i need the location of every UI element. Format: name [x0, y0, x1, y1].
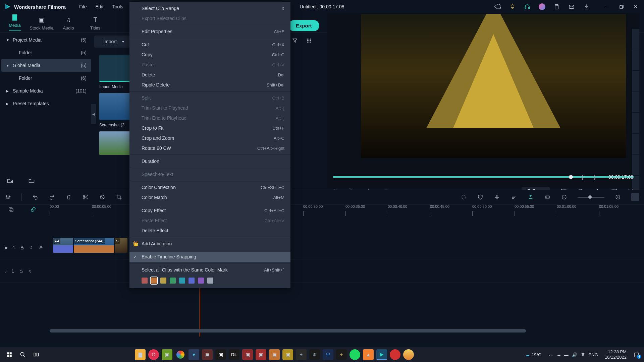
minimize-button[interactable]: ─	[602, 2, 613, 12]
zoom-slider[interactable]	[578, 197, 604, 198]
taskbar-app[interactable]	[350, 349, 360, 360]
timeline-clip[interactable]: A-I	[53, 238, 73, 253]
ctx-enable-timeline-snapping[interactable]: ✓Enable Timeline Snapping	[129, 252, 290, 262]
video-track[interactable]: ▶ 1 A-I Screenshot (244) S	[0, 236, 644, 259]
ctx-select-all-clips-with-the-same-color-mark[interactable]: Select all Clips with the Same Color Mar…	[129, 265, 290, 275]
media-thumb[interactable]	[99, 93, 133, 120]
taskbar-app[interactable]: Ψ	[323, 349, 333, 360]
ctx-crop-to-fit[interactable]: Crop to FitCtrl+F	[129, 123, 290, 133]
tray-volume-icon[interactable]: 🔊	[572, 352, 577, 357]
taskbar-app[interactable]: ▶	[376, 349, 387, 360]
shield-icon[interactable]	[477, 194, 484, 200]
grid-icon[interactable]	[306, 38, 312, 44]
taskbar-app[interactable]: ▼	[189, 349, 199, 360]
crop-icon[interactable]	[116, 194, 122, 200]
menu-tools[interactable]: Tools	[108, 3, 127, 11]
taskbar-clock[interactable]: 12:38 PM 16/12/2022	[605, 349, 627, 360]
new-folder-icon[interactable]	[7, 178, 13, 184]
weather-widget[interactable]: ☁19°C	[525, 352, 541, 357]
zoom-in-icon[interactable]	[614, 194, 621, 200]
mark-in-icon[interactable]: {	[582, 174, 584, 181]
taskbar-app[interactable]: ▣	[242, 349, 253, 360]
media-thumb[interactable]	[99, 55, 133, 82]
taskbar-app[interactable]: ⊕	[309, 349, 320, 360]
lightbulb-icon[interactable]	[509, 3, 516, 10]
ctx-crop-and-zoom[interactable]: Crop and ZoomAlt+C	[129, 133, 290, 143]
download-icon[interactable]	[583, 3, 590, 10]
taskbar-app[interactable]	[175, 349, 186, 360]
ctx-color-correction[interactable]: Color CorrectionCtrl+Shift+C	[129, 182, 290, 192]
folder-icon[interactable]	[28, 178, 35, 184]
panel-collapse-button[interactable]: ◀	[91, 104, 96, 124]
delete-icon[interactable]	[65, 194, 72, 200]
filter-icon[interactable]	[292, 38, 298, 44]
taskbar-app[interactable]: ▇	[135, 349, 146, 360]
color-swatch[interactable]	[151, 278, 157, 284]
fit-icon[interactable]	[544, 194, 551, 200]
media-thumb[interactable]	[99, 131, 133, 155]
ctx-edit-properties[interactable]: Edit PropertiesAlt+E	[129, 26, 290, 37]
mute-icon[interactable]	[29, 245, 34, 250]
mark-out-icon[interactable]: }	[594, 174, 596, 181]
tab-titles[interactable]: TTitles	[82, 15, 109, 33]
task-view-icon[interactable]	[30, 348, 43, 361]
timeline-scrollbar[interactable]	[50, 329, 526, 333]
taskbar-app[interactable]: O	[148, 349, 159, 360]
menu-file[interactable]: File	[75, 3, 91, 11]
tray-cloud-icon[interactable]: ☁	[556, 352, 561, 357]
taskbar-app[interactable]: ▣	[162, 349, 172, 360]
color-swatch[interactable]	[198, 278, 204, 284]
ctx-add-animation[interactable]: 👑Add Animation	[129, 239, 290, 249]
close-button[interactable]: ✕	[630, 2, 641, 12]
taskbar-app[interactable]: ▣	[256, 349, 266, 360]
tab-audio[interactable]: ♫Audio	[55, 15, 82, 33]
undo-icon[interactable]	[32, 194, 39, 200]
mixer-icon[interactable]	[511, 194, 517, 200]
color-swatch[interactable]	[142, 278, 148, 284]
taskbar-app[interactable]: ✦	[296, 349, 307, 360]
ctx-duration[interactable]: Duration	[129, 156, 290, 166]
zoom-out-icon[interactable]	[561, 194, 568, 200]
tree-preset-templates[interactable]: ▶Preset Templates	[1, 97, 91, 110]
taskbar-app[interactable]: ▣	[215, 349, 226, 360]
preview-scrubber[interactable]	[569, 175, 573, 179]
timeline-clip[interactable]: Screenshot (244)	[74, 238, 114, 253]
taskbar-app[interactable]: ▣	[202, 349, 213, 360]
import-dropdown[interactable]: Import▼	[94, 36, 134, 48]
redo-icon[interactable]	[49, 194, 55, 200]
taskbar-app[interactable]: ▲	[363, 349, 374, 360]
tray-chevron-icon[interactable]: ︿	[549, 352, 553, 358]
ctx-rotate-90-cw[interactable]: Rotate 90 CWCtrl+Alt+Right	[129, 143, 290, 153]
mask-icon[interactable]	[99, 194, 106, 200]
taskbar-app[interactable]	[390, 349, 400, 360]
color-swatch[interactable]	[179, 278, 185, 284]
tree-project-media[interactable]: ▼Project Media(5)	[1, 34, 91, 46]
link-icon[interactable]	[30, 206, 36, 213]
tree-folder-2[interactable]: Folder(6)	[1, 72, 91, 84]
color-swatch[interactable]	[170, 278, 176, 284]
headset-icon[interactable]	[524, 3, 531, 10]
notifications-icon[interactable]: 4	[632, 350, 641, 359]
tray-wifi-icon[interactable]	[581, 352, 585, 357]
ctx-cut[interactable]: CutCtrl+X	[129, 40, 290, 50]
menu-edit[interactable]: Edit	[92, 3, 108, 11]
tree-folder-1[interactable]: Folder(5)	[1, 46, 91, 59]
cloud-icon[interactable]	[494, 3, 501, 10]
start-button[interactable]	[3, 348, 16, 361]
audio-track[interactable]: ♪ 1	[0, 259, 644, 283]
color-swatch[interactable]	[189, 278, 195, 284]
timeline-clip[interactable]: S	[115, 238, 127, 253]
tray-battery-icon[interactable]: ▬	[564, 352, 569, 357]
mail-icon[interactable]	[568, 3, 575, 10]
mute-icon[interactable]	[28, 269, 33, 274]
settings-icon[interactable]	[5, 194, 11, 200]
tab-media[interactable]: ▇Media	[1, 13, 28, 33]
tray-lang-icon[interactable]: ENG	[589, 352, 598, 357]
avatar-icon[interactable]	[539, 3, 545, 10]
search-icon[interactable]	[16, 348, 30, 361]
split-icon[interactable]	[82, 194, 89, 200]
tree-global-media[interactable]: ▼Global Media(6)	[1, 59, 91, 72]
save-icon[interactable]	[553, 3, 560, 10]
color-swatch[interactable]	[207, 278, 213, 284]
preview-progress[interactable]	[333, 176, 634, 178]
